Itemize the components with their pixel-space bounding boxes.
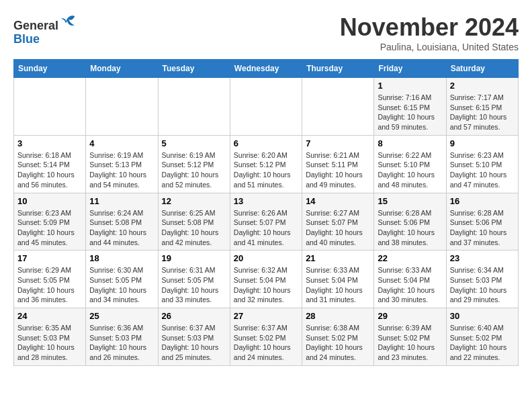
weekday-header: Tuesday — [158, 60, 230, 78]
calendar-cell: 11Sunrise: 6:24 AM Sunset: 5:08 PM Dayli… — [86, 193, 158, 250]
day-number: 21 — [306, 253, 370, 263]
calendar-cell: 22Sunrise: 6:33 AM Sunset: 5:04 PM Dayli… — [374, 250, 446, 308]
calendar-cell: 18Sunrise: 6:30 AM Sunset: 5:05 PM Dayli… — [86, 250, 158, 308]
day-info: Sunrise: 6:23 AM Sunset: 5:09 PM Dayligh… — [17, 208, 82, 248]
calendar-cell: 27Sunrise: 6:37 AM Sunset: 5:02 PM Dayli… — [230, 308, 302, 366]
day-info: Sunrise: 6:37 AM Sunset: 5:02 PM Dayligh… — [234, 323, 298, 363]
day-number: 9 — [450, 138, 515, 148]
day-info: Sunrise: 6:25 AM Sunset: 5:08 PM Dayligh… — [162, 208, 226, 248]
day-number: 28 — [306, 311, 370, 321]
calendar-cell: 8Sunrise: 6:22 AM Sunset: 5:10 PM Daylig… — [374, 135, 446, 193]
day-number: 29 — [378, 311, 442, 321]
day-info: Sunrise: 6:21 AM Sunset: 5:11 PM Dayligh… — [306, 150, 370, 190]
calendar-cell: 26Sunrise: 6:37 AM Sunset: 5:03 PM Dayli… — [158, 308, 230, 366]
day-number: 1 — [378, 81, 442, 91]
day-number: 12 — [162, 196, 226, 206]
day-info: Sunrise: 6:30 AM Sunset: 5:05 PM Dayligh… — [89, 265, 154, 305]
calendar-cell: 10Sunrise: 6:23 AM Sunset: 5:09 PM Dayli… — [14, 193, 86, 250]
calendar-cell: 12Sunrise: 6:25 AM Sunset: 5:08 PM Dayli… — [158, 193, 230, 250]
calendar-cell: 23Sunrise: 6:34 AM Sunset: 5:03 PM Dayli… — [446, 250, 518, 308]
calendar-cell: 4Sunrise: 6:19 AM Sunset: 5:13 PM Daylig… — [86, 135, 158, 193]
day-info: Sunrise: 6:24 AM Sunset: 5:08 PM Dayligh… — [89, 208, 154, 248]
day-info: Sunrise: 6:33 AM Sunset: 5:04 PM Dayligh… — [306, 265, 370, 305]
day-info: Sunrise: 6:22 AM Sunset: 5:10 PM Dayligh… — [378, 150, 442, 190]
calendar-cell — [86, 78, 158, 136]
day-number: 8 — [378, 138, 442, 148]
logo-general: General — [13, 19, 58, 32]
day-info: Sunrise: 6:23 AM Sunset: 5:10 PM Dayligh… — [450, 150, 515, 190]
day-info: Sunrise: 6:31 AM Sunset: 5:05 PM Dayligh… — [162, 265, 226, 305]
day-number: 3 — [17, 138, 82, 148]
calendar-cell: 17Sunrise: 6:29 AM Sunset: 5:05 PM Dayli… — [14, 250, 86, 308]
weekday-header: Thursday — [302, 60, 374, 78]
calendar-cell: 16Sunrise: 6:28 AM Sunset: 5:06 PM Dayli… — [446, 193, 518, 250]
day-info: Sunrise: 6:26 AM Sunset: 5:07 PM Dayligh… — [234, 208, 298, 248]
day-number: 17 — [17, 253, 82, 263]
day-number: 7 — [306, 138, 370, 148]
day-number: 13 — [234, 196, 298, 206]
calendar-table: SundayMondayTuesdayWednesdayThursdayFrid… — [13, 59, 519, 366]
day-info: Sunrise: 6:27 AM Sunset: 5:07 PM Dayligh… — [306, 208, 370, 248]
day-info: Sunrise: 6:32 AM Sunset: 5:04 PM Dayligh… — [234, 265, 298, 305]
weekday-header: Saturday — [446, 60, 518, 78]
calendar-week-row: 24Sunrise: 6:35 AM Sunset: 5:03 PM Dayli… — [14, 308, 519, 366]
calendar-cell: 1Sunrise: 7:16 AM Sunset: 6:15 PM Daylig… — [374, 78, 446, 136]
weekday-header: Wednesday — [230, 60, 302, 78]
day-info: Sunrise: 6:38 AM Sunset: 5:02 PM Dayligh… — [306, 323, 370, 363]
day-info: Sunrise: 6:34 AM Sunset: 5:03 PM Dayligh… — [450, 265, 515, 305]
calendar-cell: 9Sunrise: 6:23 AM Sunset: 5:10 PM Daylig… — [446, 135, 518, 193]
logo: General Blue — [13, 13, 76, 46]
weekday-header: Friday — [374, 60, 446, 78]
day-info: Sunrise: 6:33 AM Sunset: 5:04 PM Dayligh… — [378, 265, 442, 305]
day-number: 10 — [17, 196, 82, 206]
calendar-cell — [158, 78, 230, 136]
day-number: 25 — [89, 311, 154, 321]
weekday-header: Sunday — [14, 60, 86, 78]
day-number: 16 — [450, 196, 515, 206]
day-number: 14 — [306, 196, 370, 206]
page-header: General Blue November 2024 Paulina, Loui… — [13, 13, 519, 52]
logo-bird-icon — [60, 13, 76, 30]
calendar-cell: 13Sunrise: 6:26 AM Sunset: 5:07 PM Dayli… — [230, 193, 302, 250]
calendar-week-row: 1Sunrise: 7:16 AM Sunset: 6:15 PM Daylig… — [14, 78, 519, 136]
day-info: Sunrise: 6:28 AM Sunset: 5:06 PM Dayligh… — [450, 208, 515, 248]
day-info: Sunrise: 6:18 AM Sunset: 5:14 PM Dayligh… — [17, 150, 82, 190]
day-number: 26 — [162, 311, 226, 321]
day-number: 2 — [450, 81, 515, 91]
day-info: Sunrise: 6:20 AM Sunset: 5:12 PM Dayligh… — [234, 150, 298, 190]
day-info: Sunrise: 6:28 AM Sunset: 5:06 PM Dayligh… — [378, 208, 442, 248]
calendar-cell — [230, 78, 302, 136]
calendar-cell: 29Sunrise: 6:39 AM Sunset: 5:02 PM Dayli… — [374, 308, 446, 366]
day-number: 4 — [89, 138, 154, 148]
title-block: November 2024 Paulina, Louisiana, United… — [340, 13, 519, 52]
day-info: Sunrise: 6:19 AM Sunset: 5:13 PM Dayligh… — [89, 150, 154, 190]
calendar-week-row: 17Sunrise: 6:29 AM Sunset: 5:05 PM Dayli… — [14, 250, 519, 308]
day-info: Sunrise: 6:19 AM Sunset: 5:12 PM Dayligh… — [162, 150, 226, 190]
calendar-cell: 3Sunrise: 6:18 AM Sunset: 5:14 PM Daylig… — [14, 135, 86, 193]
calendar-cell: 14Sunrise: 6:27 AM Sunset: 5:07 PM Dayli… — [302, 193, 374, 250]
calendar-cell: 15Sunrise: 6:28 AM Sunset: 5:06 PM Dayli… — [374, 193, 446, 250]
day-number: 11 — [89, 196, 154, 206]
day-info: Sunrise: 6:40 AM Sunset: 5:02 PM Dayligh… — [450, 323, 515, 363]
day-number: 18 — [89, 253, 154, 263]
day-number: 23 — [450, 253, 515, 263]
day-info: Sunrise: 7:16 AM Sunset: 6:15 PM Dayligh… — [378, 93, 442, 132]
calendar-week-row: 3Sunrise: 6:18 AM Sunset: 5:14 PM Daylig… — [14, 135, 519, 193]
day-info: Sunrise: 6:29 AM Sunset: 5:05 PM Dayligh… — [17, 265, 82, 305]
location: Paulina, Louisiana, United States — [340, 42, 519, 52]
weekday-header: Monday — [86, 60, 158, 78]
calendar-cell: 28Sunrise: 6:38 AM Sunset: 5:02 PM Dayli… — [302, 308, 374, 366]
day-info: Sunrise: 6:37 AM Sunset: 5:03 PM Dayligh… — [162, 323, 226, 363]
day-info: Sunrise: 6:35 AM Sunset: 5:03 PM Dayligh… — [17, 323, 82, 363]
calendar-cell: 19Sunrise: 6:31 AM Sunset: 5:05 PM Dayli… — [158, 250, 230, 308]
day-number: 24 — [17, 311, 82, 321]
day-number: 15 — [378, 196, 442, 206]
calendar-week-row: 10Sunrise: 6:23 AM Sunset: 5:09 PM Dayli… — [14, 193, 519, 250]
month-title: November 2024 — [340, 13, 519, 42]
calendar-cell: 5Sunrise: 6:19 AM Sunset: 5:12 PM Daylig… — [158, 135, 230, 193]
calendar-cell: 7Sunrise: 6:21 AM Sunset: 5:11 PM Daylig… — [302, 135, 374, 193]
day-number: 20 — [234, 253, 298, 263]
day-info: Sunrise: 6:36 AM Sunset: 5:03 PM Dayligh… — [89, 323, 154, 363]
day-number: 22 — [378, 253, 442, 263]
logo-blue: Blue — [13, 32, 40, 46]
